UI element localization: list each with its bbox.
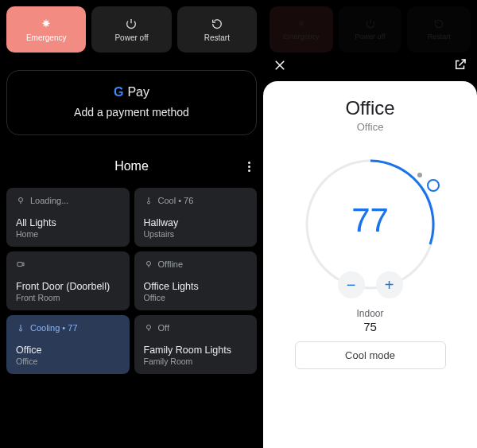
mode-label: Cool mode: [345, 349, 395, 361]
tile-status: Cooling • 77: [30, 323, 78, 333]
emergency-label-dim: Emergency: [283, 33, 320, 41]
tile-name: Office Lights: [144, 281, 248, 292]
asterisk-icon: [40, 18, 52, 30]
bulb-icon: [144, 259, 153, 269]
dial-handle[interactable]: [427, 179, 440, 192]
svg-point-1: [147, 201, 149, 204]
power-icon: [365, 18, 376, 29]
tile-name: Hallway: [144, 217, 248, 228]
mode-button[interactable]: Cool mode: [295, 341, 446, 369]
sheet-sub: Office: [357, 121, 384, 133]
close-button[interactable]: [273, 58, 287, 75]
tile-name: Family Room Lights: [144, 345, 248, 356]
emergency-button[interactable]: Emergency: [6, 6, 86, 53]
tile-status: Cool • 76: [158, 196, 194, 205]
open-external-button[interactable]: [453, 57, 467, 75]
tile-family-room-lights[interactable]: Off Family Room Lights Family Room: [134, 315, 258, 374]
restart-label: Restart: [204, 33, 230, 42]
tile-room: Home: [16, 229, 120, 239]
temp-decrease-button[interactable]: −: [338, 271, 365, 298]
home-title: Home: [114, 159, 149, 173]
restart-button[interactable]: Restart: [177, 6, 257, 53]
open-external-icon: [453, 57, 467, 72]
tile-front-door[interactable]: Front Door (Doorbell) Front Room: [6, 251, 130, 310]
svg-point-4: [20, 329, 22, 331]
camera-icon: [16, 259, 25, 269]
emergency-button-dim: Emergency: [270, 6, 333, 53]
gpay-card[interactable]: G Pay Add a payment method: [6, 70, 257, 135]
thermostat-sheet: Office Office 77 − + Indoor 75 Cool mode: [263, 81, 477, 448]
gpay-brand: G Pay: [114, 85, 149, 99]
sheet-title: Office: [345, 97, 394, 119]
tile-status: Off: [158, 323, 169, 333]
restart-icon: [211, 18, 223, 30]
tile-room: Front Room: [16, 293, 120, 302]
dial-range-dot: [417, 173, 422, 177]
tile-status: Offline: [158, 259, 184, 269]
thermometer-icon: [16, 323, 25, 333]
restart-icon: [433, 18, 444, 29]
bulb-icon: [16, 196, 25, 205]
power-off-label-dim: Power off: [355, 33, 386, 41]
google-logo-icon: G: [114, 85, 123, 99]
power-icon: [125, 18, 138, 30]
indoor-label: Indoor: [356, 308, 383, 319]
restart-button-dim: Restart: [407, 6, 471, 53]
svg-point-5: [146, 325, 150, 329]
tile-all-lights[interactable]: Loading... All Lights Home: [6, 188, 130, 247]
svg-point-0: [19, 198, 23, 202]
tile-office-thermostat[interactable]: Cooling • 77 Office Office: [6, 315, 130, 374]
home-header: Home: [6, 159, 257, 173]
home-more-button[interactable]: [248, 162, 250, 172]
power-off-button[interactable]: Power off: [91, 6, 171, 53]
power-off-button-dim: Power off: [339, 6, 402, 53]
more-vert-icon: [248, 162, 250, 172]
gpay-sub: Add a payment method: [74, 106, 189, 119]
emergency-label: Emergency: [26, 33, 67, 42]
thermostat-detail-screen: Emergency Power off Restart Office Offic…: [263, 0, 477, 448]
tile-room: Upstairs: [144, 229, 248, 239]
tile-status: Loading...: [30, 196, 68, 205]
gpay-pay-label: Pay: [127, 85, 149, 99]
tile-name: Front Door (Doorbell): [16, 281, 120, 292]
tile-room: Family Room: [144, 356, 248, 366]
sheet-overlay-bar: [263, 56, 477, 80]
tile-name: Office: [16, 345, 120, 356]
bulb-icon: [144, 323, 153, 333]
power-row: Emergency Power off Restart: [6, 6, 257, 62]
power-row-dimmed: Emergency Power off Restart: [263, 0, 477, 56]
tile-name: All Lights: [16, 217, 120, 228]
target-temp: 77: [351, 201, 389, 240]
asterisk-icon: [296, 18, 307, 29]
tile-room: Office: [144, 293, 248, 302]
thermometer-icon: [144, 196, 153, 205]
device-tiles: Loading... All Lights Home Cool • 76 Hal…: [6, 188, 257, 374]
svg-point-3: [146, 262, 150, 266]
restart-label-dim: Restart: [428, 33, 451, 41]
svg-rect-2: [17, 263, 22, 267]
tile-office-lights[interactable]: Offline Office Lights Office: [134, 251, 258, 310]
close-icon: [273, 58, 287, 72]
power-off-label: Power off: [114, 33, 148, 42]
tile-room: Office: [16, 356, 120, 366]
power-menu-screen: Emergency Power off Restart G Pay Add a …: [0, 0, 263, 448]
indoor-temp: 75: [363, 320, 377, 333]
temperature-dial[interactable]: 77 − +: [295, 149, 446, 300]
tile-hallway[interactable]: Cool • 76 Hallway Upstairs: [134, 188, 258, 247]
temp-increase-button[interactable]: +: [376, 271, 403, 298]
